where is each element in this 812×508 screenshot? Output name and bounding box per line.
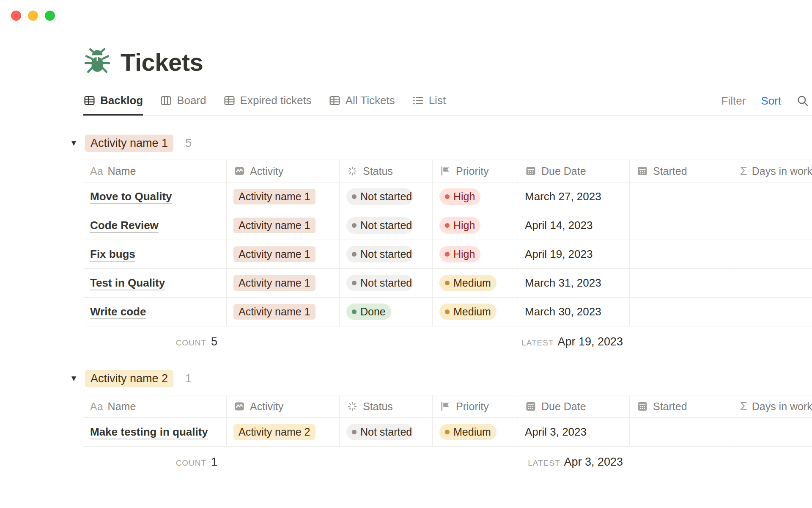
status-cell[interactable]: Not started	[340, 418, 433, 446]
status-pill: Not started	[346, 188, 413, 205]
days-in-work-cell[interactable]	[733, 298, 812, 326]
name-cell[interactable]: Move to Quality	[83, 182, 227, 211]
column-header-started[interactable]: Started	[630, 395, 733, 417]
ticket-name-link[interactable]: Make testing in quality	[90, 425, 208, 439]
page-title[interactable]: Tickets	[121, 48, 203, 76]
name-cell[interactable]: Code Review	[83, 211, 227, 240]
priority-pill: High	[439, 188, 480, 205]
ticket-name-link[interactable]: Test in Quality	[90, 276, 165, 290]
tab-board[interactable]: Board	[160, 94, 206, 116]
priority-pill: Medium	[439, 304, 497, 320]
column-header-status[interactable]: Status	[340, 160, 433, 182]
due-date-cell[interactable]: April 3, 2023	[518, 418, 630, 446]
name-cell[interactable]: Fix bugs	[83, 240, 227, 268]
ticket-name-link[interactable]: Code Review	[90, 219, 159, 232]
activity-cell[interactable]: Activity name 1	[227, 269, 340, 297]
tab-backlog[interactable]: Backlog	[83, 94, 143, 116]
priority-cell[interactable]: High	[433, 211, 518, 240]
activity-cell[interactable]: Activity name 1	[227, 211, 340, 240]
started-cell[interactable]	[630, 182, 733, 211]
column-header-due-date[interactable]: Due Date	[518, 160, 630, 182]
ticket-name-link[interactable]: Fix bugs	[90, 248, 135, 261]
name-cell[interactable]: Write code	[83, 298, 227, 326]
column-header-days-in-work[interactable]: ΣDays in work	[733, 160, 812, 182]
aa-text-icon: Aa	[90, 165, 103, 177]
tab-expired-tickets[interactable]: Expired tickets	[223, 94, 312, 116]
priority-cell[interactable]: Medium	[433, 418, 518, 446]
column-header-name[interactable]: AaName	[83, 160, 227, 182]
started-cell[interactable]	[630, 240, 733, 268]
activity-cell[interactable]: Activity name 2	[227, 418, 340, 446]
priority-pill: Medium	[439, 424, 497, 440]
table-view-icon	[83, 94, 96, 107]
days-in-work-cell[interactable]	[733, 269, 812, 297]
due-date-cell[interactable]: March 27, 2023	[518, 182, 630, 211]
priority-cell[interactable]: Medium	[433, 298, 518, 326]
group-header: ▼ Activity name 2 1	[70, 368, 812, 389]
days-in-work-cell[interactable]	[733, 240, 812, 268]
column-header-days-in-work[interactable]: ΣDays in work	[733, 395, 812, 417]
ticket-name-link[interactable]: Move to Quality	[90, 190, 172, 203]
chevron-down-icon[interactable]: ▼	[70, 138, 80, 148]
status-cell[interactable]: Not started	[340, 182, 433, 211]
group-tag[interactable]: Activity name 1	[85, 135, 173, 152]
tab-all-tickets[interactable]: All Tickets	[329, 94, 395, 116]
priority-dot	[445, 309, 450, 314]
activity-cell[interactable]: Activity name 1	[227, 298, 340, 326]
status-cell[interactable]: Not started	[340, 211, 433, 240]
count-aggregate[interactable]: COUNT 1	[83, 456, 227, 469]
activity-cell[interactable]: Activity name 1	[227, 182, 340, 211]
tab-list[interactable]: List	[412, 94, 446, 116]
minimize-window-button[interactable]	[28, 11, 38, 21]
days-in-work-cell[interactable]	[733, 211, 812, 240]
started-cell[interactable]	[630, 418, 733, 446]
days-in-work-cell[interactable]	[733, 418, 812, 446]
due-date-cell[interactable]: April 14, 2023	[518, 211, 630, 240]
board-view-icon	[160, 94, 172, 107]
status-cell[interactable]: Done	[340, 298, 433, 326]
name-cell[interactable]: Make testing in quality	[83, 418, 227, 446]
zoom-window-button[interactable]	[45, 11, 55, 21]
close-window-button[interactable]	[11, 11, 21, 21]
table-row: Make testing in qualityActivity name 2No…	[83, 418, 812, 447]
due-date-cell[interactable]: April 19, 2023	[518, 240, 630, 268]
name-cell[interactable]: Test in Quality	[83, 269, 227, 297]
column-header-started[interactable]: Started	[630, 160, 733, 182]
column-header-name[interactable]: AaName	[83, 395, 227, 417]
started-cell[interactable]	[630, 211, 733, 240]
status-cell[interactable]: Not started	[340, 269, 433, 297]
chevron-down-icon[interactable]: ▼	[70, 374, 80, 383]
column-header-due-date[interactable]: Due Date	[518, 395, 630, 417]
filter-button[interactable]: Filter	[721, 94, 746, 108]
column-header-activity[interactable]: Activity	[227, 160, 340, 182]
priority-cell[interactable]: Medium	[433, 269, 518, 297]
due-date-cell[interactable]: March 31, 2023	[518, 269, 630, 297]
status-spinner-icon	[346, 400, 358, 412]
status-cell[interactable]: Not started	[340, 240, 433, 268]
due-date-cell[interactable]: March 30, 2023	[518, 298, 630, 326]
started-cell[interactable]	[630, 269, 733, 297]
column-header-priority[interactable]: Priority	[433, 395, 518, 417]
group-tag[interactable]: Activity name 2	[85, 370, 173, 387]
latest-value: Apr 19, 2023	[557, 335, 623, 348]
sort-button[interactable]: Sort	[761, 94, 781, 108]
column-header-status[interactable]: Status	[340, 395, 433, 417]
ticket-name-link[interactable]: Write code	[90, 305, 146, 318]
activity-cell[interactable]: Activity name 1	[227, 240, 340, 268]
priority-pill: High	[439, 217, 480, 234]
count-aggregate[interactable]: COUNT 5	[83, 335, 227, 348]
priority-cell[interactable]: High	[433, 182, 518, 211]
search-icon[interactable]	[796, 94, 809, 108]
days-in-work-cell[interactable]	[733, 182, 812, 211]
priority-cell[interactable]: High	[433, 240, 518, 268]
started-cell[interactable]	[630, 298, 733, 326]
latest-aggregate[interactable]: LATEST Apr 3, 2023	[518, 456, 630, 469]
latest-aggregate[interactable]: LATEST Apr 19, 2023	[518, 335, 630, 348]
column-header-priority[interactable]: Priority	[433, 160, 518, 182]
priority-dot	[445, 194, 450, 199]
priority-text: Medium	[453, 277, 491, 289]
column-label: Priority	[456, 165, 489, 177]
column-header-activity[interactable]: Activity	[227, 395, 340, 417]
activity-tag: Activity name 2	[233, 424, 315, 440]
activity-tag: Activity name 1	[233, 246, 315, 262]
